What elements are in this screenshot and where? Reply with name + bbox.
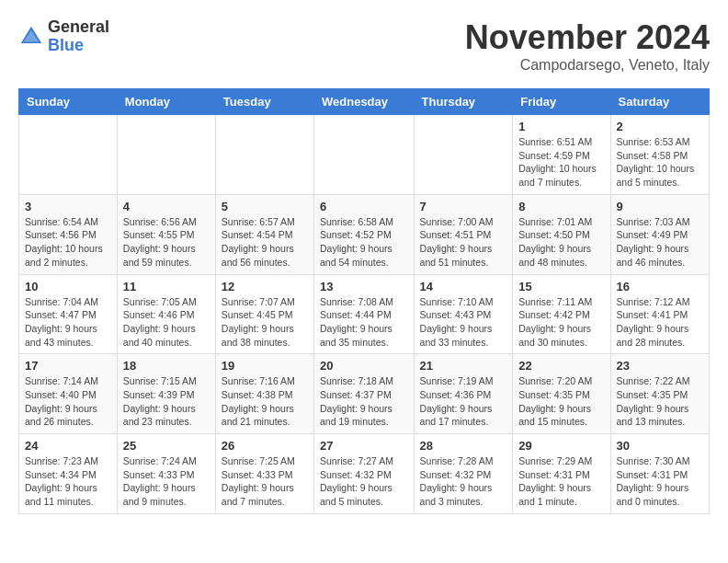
day-number: 21 <box>420 359 507 373</box>
day-number: 14 <box>420 280 507 293</box>
logo: General Blue <box>18 18 109 55</box>
day-info: Sunrise: 7:23 AM Sunset: 4:34 PM Dayligh… <box>25 454 111 509</box>
day-info: Sunrise: 7:22 AM Sunset: 4:35 PM Dayligh… <box>617 374 703 429</box>
calendar-cell: 25Sunrise: 7:24 AM Sunset: 4:33 PM Dayli… <box>117 434 215 514</box>
day-number: 2 <box>617 120 703 133</box>
calendar-cell <box>19 115 118 195</box>
calendar-cell: 13Sunrise: 7:08 AM Sunset: 4:44 PM Dayli… <box>314 274 415 354</box>
day-number: 4 <box>123 200 210 213</box>
day-number: 19 <box>222 359 308 373</box>
calendar-cell <box>215 115 313 195</box>
day-info: Sunrise: 7:29 AM Sunset: 4:31 PM Dayligh… <box>518 454 604 509</box>
day-number: 6 <box>320 200 408 213</box>
calendar-header-row: SundayMondayTuesdayWednesdayThursdayFrid… <box>19 89 710 115</box>
day-info: Sunrise: 7:18 AM Sunset: 4:37 PM Dayligh… <box>320 374 408 429</box>
day-info: Sunrise: 7:03 AM Sunset: 4:49 PM Dayligh… <box>617 215 703 270</box>
day-number: 22 <box>518 359 604 373</box>
day-info: Sunrise: 7:07 AM Sunset: 4:45 PM Dayligh… <box>222 295 308 350</box>
calendar-cell: 22Sunrise: 7:20 AM Sunset: 4:35 PM Dayli… <box>513 354 610 434</box>
day-number: 1 <box>518 120 604 133</box>
title-section: November 2024 Campodarsego, Veneto, Ital… <box>465 18 710 74</box>
day-number: 9 <box>617 200 703 213</box>
day-info: Sunrise: 7:16 AM Sunset: 4:38 PM Dayligh… <box>222 374 308 429</box>
calendar-cell: 1Sunrise: 6:51 AM Sunset: 4:59 PM Daylig… <box>513 115 610 195</box>
calendar-cell: 3Sunrise: 6:54 AM Sunset: 4:56 PM Daylig… <box>19 194 118 274</box>
calendar-week-3: 10Sunrise: 7:04 AM Sunset: 4:47 PM Dayli… <box>19 274 710 354</box>
calendar-cell <box>414 115 513 195</box>
weekday-header-tuesday: Tuesday <box>215 89 313 115</box>
day-info: Sunrise: 7:04 AM Sunset: 4:47 PM Dayligh… <box>25 295 111 350</box>
day-info: Sunrise: 6:54 AM Sunset: 4:56 PM Dayligh… <box>25 215 111 270</box>
day-number: 13 <box>320 280 408 293</box>
calendar-cell: 2Sunrise: 6:53 AM Sunset: 4:58 PM Daylig… <box>610 115 709 195</box>
calendar-cell: 21Sunrise: 7:19 AM Sunset: 4:36 PM Dayli… <box>414 354 513 434</box>
day-info: Sunrise: 6:51 AM Sunset: 4:59 PM Dayligh… <box>518 135 604 190</box>
calendar-cell: 20Sunrise: 7:18 AM Sunset: 4:37 PM Dayli… <box>314 354 415 434</box>
weekday-header-monday: Monday <box>117 89 215 115</box>
calendar-week-5: 24Sunrise: 7:23 AM Sunset: 4:34 PM Dayli… <box>19 434 710 514</box>
day-info: Sunrise: 7:15 AM Sunset: 4:39 PM Dayligh… <box>123 374 210 429</box>
calendar-week-4: 17Sunrise: 7:14 AM Sunset: 4:40 PM Dayli… <box>19 354 710 434</box>
logo-text: General Blue <box>48 18 109 55</box>
calendar-cell: 30Sunrise: 7:30 AM Sunset: 4:31 PM Dayli… <box>610 434 709 514</box>
day-number: 8 <box>518 200 604 213</box>
calendar-cell: 15Sunrise: 7:11 AM Sunset: 4:42 PM Dayli… <box>513 274 610 354</box>
calendar-cell: 7Sunrise: 7:00 AM Sunset: 4:51 PM Daylig… <box>414 194 513 274</box>
day-info: Sunrise: 6:53 AM Sunset: 4:58 PM Dayligh… <box>617 135 703 190</box>
day-number: 18 <box>123 359 210 373</box>
day-number: 23 <box>617 359 703 373</box>
weekday-header-sunday: Sunday <box>19 89 118 115</box>
day-number: 30 <box>617 439 703 453</box>
calendar-cell: 19Sunrise: 7:16 AM Sunset: 4:38 PM Dayli… <box>215 354 313 434</box>
day-number: 15 <box>518 280 604 293</box>
calendar-cell: 6Sunrise: 6:58 AM Sunset: 4:52 PM Daylig… <box>314 194 415 274</box>
calendar-cell: 12Sunrise: 7:07 AM Sunset: 4:45 PM Dayli… <box>215 274 313 354</box>
day-info: Sunrise: 6:57 AM Sunset: 4:54 PM Dayligh… <box>222 215 308 270</box>
day-number: 10 <box>25 280 111 293</box>
calendar-cell: 29Sunrise: 7:29 AM Sunset: 4:31 PM Dayli… <box>513 434 610 514</box>
day-number: 24 <box>25 439 111 453</box>
calendar-cell: 5Sunrise: 6:57 AM Sunset: 4:54 PM Daylig… <box>215 194 313 274</box>
day-info: Sunrise: 7:24 AM Sunset: 4:33 PM Dayligh… <box>123 454 210 509</box>
day-info: Sunrise: 7:20 AM Sunset: 4:35 PM Dayligh… <box>518 374 604 429</box>
weekday-header-friday: Friday <box>513 89 610 115</box>
calendar-cell: 26Sunrise: 7:25 AM Sunset: 4:33 PM Dayli… <box>215 434 313 514</box>
day-info: Sunrise: 7:11 AM Sunset: 4:42 PM Dayligh… <box>518 295 604 350</box>
calendar-cell: 17Sunrise: 7:14 AM Sunset: 4:40 PM Dayli… <box>19 354 118 434</box>
day-number: 29 <box>518 439 604 453</box>
calendar-cell: 28Sunrise: 7:28 AM Sunset: 4:32 PM Dayli… <box>414 434 513 514</box>
day-number: 20 <box>320 359 408 373</box>
day-info: Sunrise: 6:56 AM Sunset: 4:55 PM Dayligh… <box>123 215 210 270</box>
logo-general-text: General <box>48 18 109 37</box>
calendar-cell: 10Sunrise: 7:04 AM Sunset: 4:47 PM Dayli… <box>19 274 118 354</box>
day-number: 26 <box>222 439 308 453</box>
day-info: Sunrise: 7:30 AM Sunset: 4:31 PM Dayligh… <box>617 454 703 509</box>
calendar-cell: 4Sunrise: 6:56 AM Sunset: 4:55 PM Daylig… <box>117 194 215 274</box>
day-info: Sunrise: 7:25 AM Sunset: 4:33 PM Dayligh… <box>222 454 308 509</box>
weekday-header-thursday: Thursday <box>414 89 513 115</box>
calendar-cell: 11Sunrise: 7:05 AM Sunset: 4:46 PM Dayli… <box>117 274 215 354</box>
calendar-cell: 23Sunrise: 7:22 AM Sunset: 4:35 PM Dayli… <box>610 354 709 434</box>
day-info: Sunrise: 7:19 AM Sunset: 4:36 PM Dayligh… <box>420 374 507 429</box>
day-info: Sunrise: 7:00 AM Sunset: 4:51 PM Dayligh… <box>420 215 507 270</box>
day-info: Sunrise: 7:14 AM Sunset: 4:40 PM Dayligh… <box>25 374 111 429</box>
calendar-week-1: 1Sunrise: 6:51 AM Sunset: 4:59 PM Daylig… <box>19 115 710 195</box>
calendar-cell: 8Sunrise: 7:01 AM Sunset: 4:50 PM Daylig… <box>513 194 610 274</box>
weekday-header-saturday: Saturday <box>610 89 709 115</box>
day-number: 11 <box>123 280 210 293</box>
calendar-cell <box>117 115 215 195</box>
logo-icon <box>18 24 44 50</box>
day-number: 27 <box>320 439 408 453</box>
day-info: Sunrise: 7:10 AM Sunset: 4:43 PM Dayligh… <box>420 295 507 350</box>
calendar-cell: 9Sunrise: 7:03 AM Sunset: 4:49 PM Daylig… <box>610 194 709 274</box>
calendar-cell: 24Sunrise: 7:23 AM Sunset: 4:34 PM Dayli… <box>19 434 118 514</box>
location-title: Campodarsego, Veneto, Italy <box>465 57 710 74</box>
month-title: November 2024 <box>465 18 710 57</box>
day-info: Sunrise: 6:58 AM Sunset: 4:52 PM Dayligh… <box>320 215 408 270</box>
day-info: Sunrise: 7:08 AM Sunset: 4:44 PM Dayligh… <box>320 295 408 350</box>
day-info: Sunrise: 7:05 AM Sunset: 4:46 PM Dayligh… <box>123 295 210 350</box>
day-number: 12 <box>222 280 308 293</box>
day-number: 5 <box>222 200 308 213</box>
calendar-cell <box>314 115 415 195</box>
page-header: General Blue November 2024 Campodarsego,… <box>18 18 710 74</box>
